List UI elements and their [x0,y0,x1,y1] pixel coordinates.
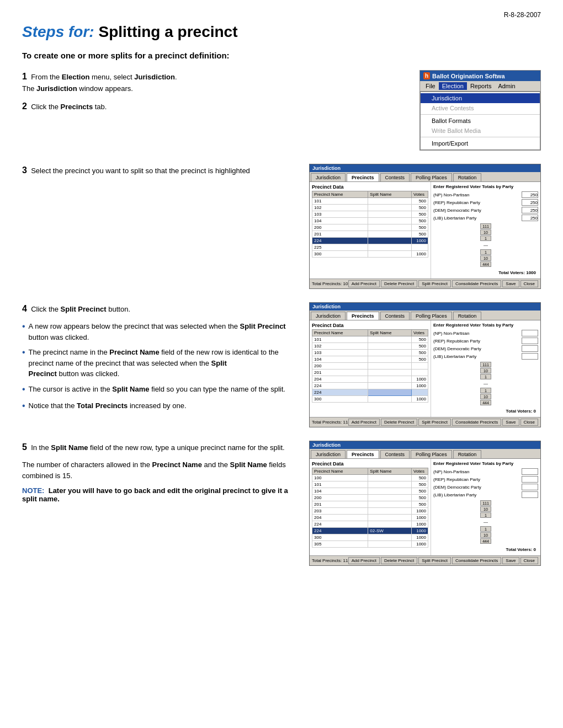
table-row[interactable]: 103500 [312,350,428,356]
table-row[interactable]: 101500 [312,336,428,343]
num-btn-1[interactable]: 1 [480,235,491,241]
tab-rotation-1[interactable]: Rotation [453,173,482,181]
num-btn3-neg111[interactable]: 444 [480,538,491,544]
delete-precinct-btn-1[interactable]: Delete Precinct [381,280,417,287]
party-input-rep-3[interactable] [522,476,538,483]
tab-precincts-1[interactable]: Precincts [347,173,379,181]
num-btn2-1[interactable]: 1 [480,374,491,379]
table-row[interactable]: 102500 [312,343,428,350]
delete-precinct-btn-3[interactable]: Delete Precinct [381,557,417,564]
num-btn2-neg111[interactable]: 444 [480,400,491,405]
tab-polling-2[interactable]: Polling Places [411,312,452,320]
table-row[interactable]: 201500 [312,231,428,238]
consolidate-btn-3[interactable]: Consolidate Precincts [452,557,501,564]
tab-contests-3[interactable]: Contests [380,450,410,458]
party-input-np-1[interactable] [522,191,538,198]
table-row[interactable]: 104500 [312,356,428,363]
num-btn2-neg1[interactable]: 1 [480,388,491,393]
table-row[interactable]: 104500 [312,488,428,495]
save-btn-1[interactable]: Save [502,280,519,287]
save-btn-3[interactable]: Save [502,557,519,564]
table-row-selected-3[interactable]: 22402-SW1000 [312,528,428,534]
num-btn2-neg10[interactable]: 10 [480,394,491,399]
add-precinct-btn-1[interactable]: Add Precinct [348,280,380,287]
close-btn-3[interactable]: Close [520,557,538,564]
menu-ballot-formats[interactable]: Ballot Formats [421,116,540,126]
party-input-np-2[interactable] [522,330,538,336]
table-row-selected[interactable]: 2241000 [312,238,428,244]
menu-jurisdiction[interactable]: Jurisdiction [421,93,540,103]
party-input-dem-2[interactable] [522,345,538,352]
party-input-dem-1[interactable] [522,207,538,213]
party-input-lib-2[interactable] [522,353,538,360]
table-row[interactable]: 201 [312,370,428,376]
tab-precincts-2[interactable]: Precincts [347,312,379,320]
table-row[interactable]: 3051000 [312,541,428,548]
table-row[interactable]: 200 [312,363,428,370]
num-btn-neg1[interactable]: 1 [480,249,491,255]
tab-rotation-3[interactable]: Rotation [453,450,482,458]
table-row[interactable]: 100500 [312,475,428,481]
split-precinct-btn-3[interactable]: Split Precinct [418,557,451,564]
party-input-rep-2[interactable] [522,338,538,344]
table-row[interactable]: 2031000 [312,508,428,515]
party-input-rep-1[interactable] [522,199,538,206]
table-row[interactable]: 200500 [312,495,428,501]
tab-jurisdiction-1[interactable]: Jurisdiction [311,173,346,181]
table-row[interactable]: 2241000 [312,521,428,528]
table-row[interactable]: 103500 [312,211,428,218]
num-btn-neg10[interactable]: 10 [480,255,491,261]
num-btn2-111[interactable]: 111 [480,362,491,367]
party-input-np-3[interactable] [522,468,538,475]
table-row[interactable]: 101500 [312,481,428,488]
table-row[interactable]: 2241000 [312,383,428,389]
tab-contests-2[interactable]: Contests [380,312,410,320]
table-row[interactable]: 3001000 [312,396,428,403]
table-row[interactable]: 3001000 [312,251,428,258]
num-btn3-10[interactable]: 10 [480,506,491,512]
num-btn3-111[interactable]: 111 [480,500,491,506]
save-btn-2[interactable]: Save [502,419,519,426]
split-precinct-btn-2[interactable]: Split Precinct [418,419,451,426]
menu-import-export[interactable]: Import/Export [421,138,540,148]
add-precinct-btn-3[interactable]: Add Precinct [348,557,380,564]
party-input-lib-3[interactable] [522,491,538,498]
tab-precincts-3[interactable]: Precincts [347,450,379,458]
table-row[interactable]: 101500 [312,198,428,205]
table-row[interactable]: 2041000 [312,515,428,521]
close-btn-1[interactable]: Close [520,280,538,287]
table-row[interactable]: 201500 [312,501,428,508]
num-btn3-neg10[interactable]: 10 [480,532,491,538]
consolidate-btn-2[interactable]: Consolidate Precincts [452,419,501,426]
table-row[interactable]: 102500 [312,205,428,211]
add-precinct-btn-2[interactable]: Add Precinct [348,419,380,426]
menu-reports[interactable]: Reports [467,82,495,90]
table-row[interactable]: 3001000 [312,534,428,541]
tab-jurisdiction-3[interactable]: Jurisdiction [311,450,346,458]
party-input-dem-3[interactable] [522,484,538,490]
num-btn-10[interactable]: 10 [480,229,491,235]
split-precinct-btn-1[interactable]: Split Precinct [418,280,451,287]
delete-precinct-btn-2[interactable]: Delete Precinct [381,419,417,426]
table-row[interactable]: 104500 [312,218,428,224]
menu-admin[interactable]: Admin [495,82,518,90]
party-input-lib-1[interactable] [522,215,538,221]
num-btn3-neg1[interactable]: 1 [480,526,491,532]
num-btn-neg111[interactable]: 444 [480,261,491,267]
table-row[interactable]: 200500 [312,224,428,231]
table-row[interactable]: 2041000 [312,376,428,383]
tab-polling-3[interactable]: Polling Places [411,450,452,458]
tab-jurisdiction-2[interactable]: Jurisdiction [311,312,346,320]
num-btn3-1[interactable]: 1 [480,512,491,518]
menu-election[interactable]: Election [439,82,467,90]
menu-file[interactable]: File [422,82,439,90]
num-btn-111[interactable]: 111 [480,223,491,229]
table-row[interactable]: 225 [312,244,428,251]
consolidate-btn-1[interactable]: Consolidate Precincts [452,280,501,287]
num-btn2-10[interactable]: 10 [480,368,491,373]
tab-rotation-2[interactable]: Rotation [453,312,482,320]
tab-contests-1[interactable]: Contests [380,173,410,181]
table-row-new[interactable]: 224 [312,389,428,396]
close-btn-2[interactable]: Close [520,419,538,426]
tab-polling-1[interactable]: Polling Places [411,173,452,181]
